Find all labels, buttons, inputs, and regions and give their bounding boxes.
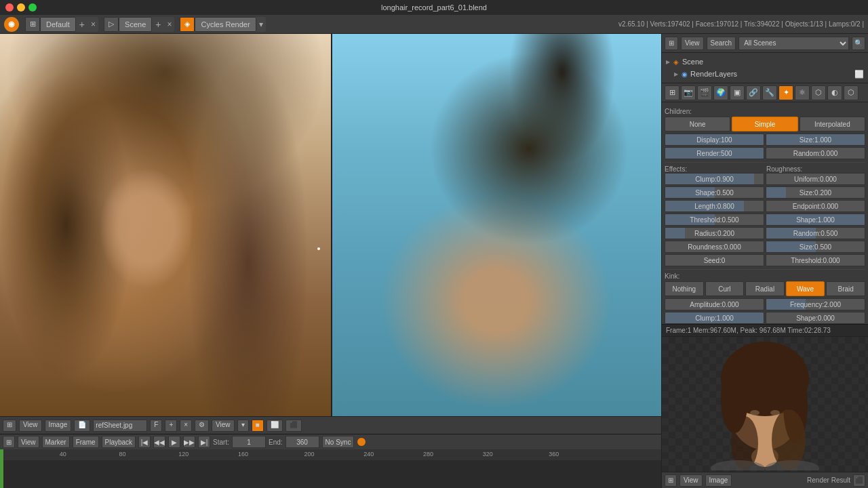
roundness-size-r-row: Roundness: 0.000 Size: 0.500 — [665, 241, 865, 253]
shape-r-slider[interactable]: Shape: 1.000 — [766, 214, 865, 226]
tl-marker-btn[interactable]: Marker — [42, 436, 70, 448]
size-eff-slider[interactable]: Size: 0.200 — [766, 186, 865, 199]
constraint-btn[interactable]: 🔗 — [746, 85, 761, 100]
rb-view-btn[interactable]: View — [679, 474, 703, 487]
render-props-btn[interactable]: 📷 — [681, 85, 696, 100]
reference-image-right — [331, 34, 662, 416]
random-slider[interactable]: Random: 0.000 — [766, 147, 865, 159]
data-btn[interactable]: ⬡ — [811, 85, 826, 100]
tl-view-btn[interactable]: View — [18, 436, 39, 448]
tl-start-input[interactable] — [232, 436, 266, 448]
endpoint-slider[interactable]: Endpoint: 0.000 — [766, 200, 865, 212]
size-r-slider[interactable]: Size: 0.500 — [766, 241, 865, 253]
modifier-btn[interactable]: 🔧 — [762, 85, 777, 100]
renderlayers-btn[interactable]: ⬜ — [854, 70, 864, 79]
tl-next-btn[interactable]: ▶| — [198, 436, 210, 448]
roundness-slider[interactable]: Roundness: 0.000 — [665, 241, 764, 253]
vt-image-btn[interactable]: Image — [45, 420, 72, 432]
vt-remove-btn[interactable]: × — [180, 420, 192, 432]
viewport-content[interactable] — [0, 34, 661, 416]
clump-k-slider[interactable]: Clump: 1.000 — [665, 312, 764, 324]
tl-nosync-btn[interactable]: No Sync — [322, 436, 355, 448]
outliner-scene-select[interactable]: All Scenes — [738, 37, 849, 50]
object-props-btn[interactable]: ▣ — [730, 85, 745, 100]
add-workspace-button[interactable]: + — [76, 19, 88, 30]
vt-settings-btn[interactable]: ⚙ — [195, 420, 209, 432]
tl-stepback-btn[interactable]: ◀◀ — [153, 436, 165, 448]
kink-radial-btn[interactable]: Radial — [745, 281, 785, 296]
tl-icon-btn[interactable]: ⊞ — [3, 436, 15, 448]
close-workspace-button[interactable]: × — [88, 20, 98, 29]
tl-play-btn[interactable]: ▶ — [168, 436, 180, 448]
radius-slider[interactable]: Radius: 0.200 — [665, 227, 764, 239]
seed-slider[interactable]: Seed: 0 — [665, 254, 764, 266]
close-button[interactable] — [5, 3, 14, 12]
vt-color-btn[interactable]: ■ — [252, 420, 264, 432]
display-slider[interactable]: Display: 100 — [665, 134, 764, 146]
amplitude-slider[interactable]: Amplitude: 0.000 — [665, 298, 764, 310]
add-scene-button[interactable]: + — [152, 19, 164, 30]
threshold-slider[interactable]: Threshold: 0.500 — [665, 214, 764, 226]
kink-curl-btn[interactable]: Curl — [705, 281, 745, 296]
uniform-slider[interactable]: Uniform: 0.000 — [766, 173, 865, 185]
vt-extra-btn[interactable]: ⬛ — [285, 420, 302, 432]
material-btn[interactable]: ◐ — [827, 85, 842, 100]
kink-wave-btn[interactable]: Wave — [786, 281, 825, 296]
divider-1 — [665, 162, 865, 163]
maximize-button[interactable] — [28, 3, 37, 12]
vt-dropdown-btn[interactable]: ▾ — [237, 420, 249, 432]
workspace-tabs: ⊞ Default + × — [25, 17, 98, 32]
physics-btn[interactable]: ⚛ — [795, 85, 810, 100]
vt-f-btn[interactable]: F — [150, 420, 162, 432]
children-interpolated-btn[interactable]: Interpolated — [800, 117, 865, 131]
random-eff-slider[interactable]: Random: 0.500 — [766, 227, 865, 239]
clump-uniform-row: Clump: 0.900 Uniform: 0.000 — [665, 173, 865, 185]
shape-k-slider[interactable]: Shape: 0.000 — [766, 312, 865, 324]
vt-view2-btn[interactable]: View — [212, 420, 235, 432]
workspace-tab-default[interactable]: Default — [40, 17, 76, 32]
renderlayers-tree-item[interactable]: ▶ ◉ RenderLayers ⬜ — [673, 68, 865, 80]
timeline-ruler[interactable]: 0 40 80 120 160 200 240 280 320 360 — [0, 449, 661, 488]
minimize-button[interactable] — [17, 3, 25, 12]
rb-render-result: Render Result — [807, 476, 850, 484]
clump-slider[interactable]: Clump: 0.900 — [665, 173, 764, 185]
kink-nothing-btn[interactable]: Nothing — [665, 281, 704, 296]
tl-frame-btn[interactable]: Frame — [73, 436, 99, 448]
length-slider[interactable]: Length: 0.800 — [665, 200, 764, 212]
tl-stepfwd-btn[interactable]: ▶▶ — [183, 436, 195, 448]
children-simple-btn[interactable]: Simple — [732, 117, 797, 131]
outliner-search-btn[interactable]: Search — [707, 37, 736, 50]
size-slider[interactable]: Size: 1.000 — [766, 134, 865, 146]
engine-dropdown[interactable]: ▾ — [256, 20, 266, 29]
frequency-slider[interactable]: Frequency: 2.000 — [766, 298, 865, 310]
outliner-search-icon[interactable]: 🔍 — [852, 37, 865, 50]
scene-tree-item[interactable]: ▶ ◈ Scene — [665, 56, 865, 68]
tl-prev-btn[interactable]: |◀ — [138, 436, 151, 448]
render-slider[interactable]: Render: 500 — [665, 147, 764, 159]
scene-props-btn[interactable]: 🎬 — [697, 85, 712, 100]
scene-tab[interactable]: Scene — [119, 17, 152, 32]
shape-eff-slider[interactable]: Shape: 0.500 — [665, 186, 764, 199]
rb-extra-btn[interactable]: ⬛ — [853, 474, 865, 487]
particles-btn[interactable]: ✦ — [778, 85, 793, 100]
vt-file-icon[interactable]: 📄 — [74, 420, 90, 432]
rb-image-btn[interactable]: Image — [705, 474, 732, 487]
texture-btn[interactable]: ⬡ — [844, 85, 859, 100]
threshold-r-slider[interactable]: Threshold: 0.000 — [766, 254, 865, 266]
tl-audio-btn[interactable] — [357, 437, 366, 447]
tl-playback-btn[interactable]: Playback — [102, 436, 136, 448]
children-none-btn[interactable]: None — [665, 117, 730, 131]
engine-selector[interactable]: Cycles Render — [195, 17, 256, 32]
world-props-btn[interactable]: 🌍 — [713, 85, 728, 100]
tl-end-label: End: — [269, 439, 283, 446]
tl-end-input[interactable] — [285, 436, 319, 448]
vt-add-btn[interactable]: + — [165, 420, 177, 432]
vt-icon-btn[interactable]: ⊞ — [3, 420, 16, 432]
vt-paint-btn[interactable]: ⬜ — [267, 420, 283, 432]
outliner-view-btn[interactable]: View — [681, 37, 704, 50]
close-scene-button[interactable]: × — [164, 20, 174, 29]
props-icon: ⊞ — [665, 85, 679, 100]
vt-filename-input[interactable] — [93, 420, 147, 432]
vt-view-btn[interactable]: View — [19, 420, 42, 432]
kink-braid-btn[interactable]: Braid — [826, 281, 865, 296]
